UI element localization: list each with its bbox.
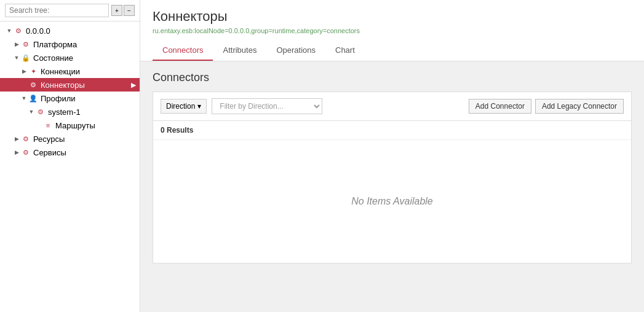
tree-icon-state: 🔒 <box>21 53 31 63</box>
tree-icon-connectors: ⚙ <box>28 80 38 90</box>
tree-arrow-system1: ▼ <box>27 109 36 115</box>
sidebar-item-label-connections: Коннекции <box>41 67 80 76</box>
sidebar-item-root[interactable]: ▼⚙0.0.0.0 <box>0 24 140 37</box>
tab-attributes[interactable]: Attributes <box>213 41 266 61</box>
sidebar-item-label-root: 0.0.0.0 <box>26 26 50 36</box>
active-indicator: ▶ <box>131 81 140 89</box>
sidebar-item-platform[interactable]: ▶⚙Платформа <box>0 37 140 51</box>
direction-arrow: ▾ <box>197 102 201 111</box>
tree-arrow-connections: ▶ <box>20 68 28 74</box>
results-bar: 0 Results <box>153 121 631 140</box>
filter-direction-select[interactable]: Filter by Direction... <box>212 98 322 114</box>
direction-dropdown[interactable]: Direction ▾ <box>161 99 207 114</box>
tree-arrow-platform: ▶ <box>12 41 21 47</box>
tab-operations[interactable]: Operations <box>266 41 325 61</box>
sidebar-item-label-services: Сервисы <box>33 148 66 157</box>
toolbar: Direction ▾ Filter by Direction... Add C… <box>153 92 631 121</box>
collapse-tree-button[interactable]: − <box>124 5 135 16</box>
tab-chart[interactable]: Chart <box>325 41 365 61</box>
add-connector-button[interactable]: Add Connector <box>469 99 531 114</box>
tree-arrow-state: ▼ <box>12 55 21 61</box>
tree-icon-root: ⚙ <box>14 26 23 36</box>
sidebar: + − ▼⚙0.0.0.0▶⚙Платформа▼🔒Состояние▶✦Кон… <box>0 0 140 312</box>
sidebar-item-routes[interactable]: ≡Маршруты <box>0 119 140 132</box>
sidebar-item-state[interactable]: ▼🔒Состояние <box>0 51 140 64</box>
sidebar-item-label-profiles: Профили <box>41 94 76 103</box>
main-content: Коннекторы ru.entaxy.esb:localNode=0.0.0… <box>140 0 644 312</box>
add-legacy-connector-button[interactable]: Add Legacy Connector <box>535 99 624 114</box>
tree-arrow-root: ▼ <box>5 28 14 34</box>
sidebar-item-label-state: Состояние <box>33 53 73 63</box>
tree-icon-services: ⚙ <box>21 147 31 157</box>
empty-area: No Items Available <box>153 140 631 263</box>
sidebar-item-resources[interactable]: ▶⚙Ресурсы <box>0 132 140 146</box>
sidebar-item-connectors[interactable]: ⚙Коннекторы▶ <box>0 78 140 92</box>
sidebar-item-services[interactable]: ▶⚙Сервисы <box>0 146 140 159</box>
tree: ▼⚙0.0.0.0▶⚙Платформа▼🔒Состояние▶✦Коннекц… <box>0 21 140 312</box>
sidebar-item-system1[interactable]: ▼⚙system-1 <box>0 105 140 119</box>
content-title: Connectors <box>153 71 632 84</box>
sidebar-item-label-system1: system-1 <box>48 107 81 117</box>
page-title: Коннекторы <box>153 9 632 25</box>
tree-arrow-profiles: ▼ <box>20 95 28 101</box>
search-bar: + − <box>0 0 140 21</box>
content-area: Connectors Direction ▾ Filter by Directi… <box>140 61 644 312</box>
main-header: Коннекторы ru.entaxy.esb:localNode=0.0.0… <box>140 0 644 61</box>
sidebar-item-label-routes: Маршруты <box>55 121 95 130</box>
sidebar-item-label-platform: Платформа <box>33 40 77 49</box>
tree-icon-connections: ✦ <box>28 66 38 76</box>
connectors-panel: Direction ▾ Filter by Direction... Add C… <box>153 92 632 263</box>
tree-icon-routes: ≡ <box>43 120 53 130</box>
direction-label: Direction <box>166 102 195 111</box>
tree-icon-profiles: 👤 <box>28 93 38 103</box>
tree-arrow-services: ▶ <box>12 149 21 155</box>
sidebar-item-label-connectors: Коннекторы <box>41 80 85 90</box>
expand-tree-button[interactable]: + <box>111 5 122 16</box>
tree-icon-resources: ⚙ <box>21 134 31 144</box>
sidebar-item-connections[interactable]: ▶✦Коннекции <box>0 64 140 78</box>
sidebar-item-profiles[interactable]: ▼👤Профили <box>0 92 140 105</box>
tab-connectors[interactable]: Connectors <box>153 41 213 61</box>
breadcrumb: ru.entaxy.esb:localNode=0.0.0.0,group=ru… <box>153 27 632 34</box>
tree-arrow-resources: ▶ <box>12 136 21 142</box>
tree-icon-system1: ⚙ <box>36 107 46 117</box>
tree-icon-platform: ⚙ <box>21 39 31 49</box>
search-input[interactable] <box>5 4 109 17</box>
tabs: ConnectorsAttributesOperationsChart <box>153 41 632 61</box>
sidebar-item-label-resources: Ресурсы <box>33 135 65 144</box>
